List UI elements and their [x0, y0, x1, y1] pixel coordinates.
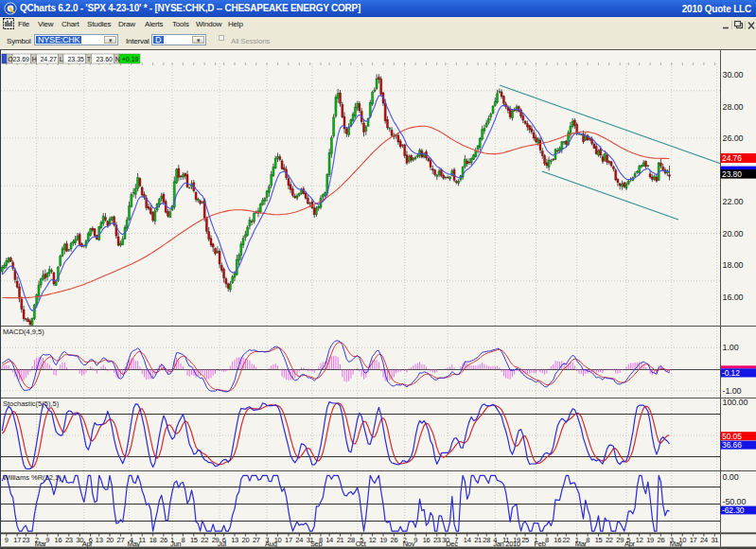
svg-text:8: 8	[586, 536, 589, 544]
svg-text:27: 27	[117, 536, 125, 544]
svg-text:20.00: 20.00	[723, 229, 744, 239]
svg-text:-1.00: -1.00	[723, 386, 742, 396]
svg-text:22: 22	[606, 536, 613, 544]
svg-text:L: L	[60, 56, 63, 62]
svg-text:8: 8	[181, 536, 185, 544]
svg-text:T: T	[87, 56, 92, 62]
svg-text:22: 22	[562, 536, 570, 544]
svg-text:26: 26	[160, 536, 167, 544]
svg-text:23: 23	[65, 536, 73, 544]
svg-text:Stochastic(5(5),5): Stochastic(5(5),5)	[3, 399, 60, 408]
svg-text:23.80: 23.80	[722, 169, 742, 179]
svg-text:28.00: 28.00	[723, 102, 744, 112]
svg-text:22: 22	[201, 536, 208, 544]
svg-text:18: 18	[149, 536, 157, 544]
svg-text:20: 20	[242, 536, 250, 544]
svg-text:21: 21	[337, 536, 344, 544]
svg-text:-62.30: -62.30	[722, 505, 745, 515]
svg-text:16: 16	[423, 536, 431, 544]
svg-text:12: 12	[636, 536, 643, 544]
svg-text:26: 26	[391, 536, 398, 544]
svg-text:23.69: 23.69	[12, 56, 29, 62]
svg-text:29: 29	[616, 536, 624, 544]
svg-text:23: 23	[433, 536, 441, 544]
svg-text:17: 17	[285, 536, 292, 544]
svg-text:9: 9	[45, 536, 49, 544]
svg-text:19: 19	[379, 536, 387, 544]
svg-text:13: 13	[231, 536, 238, 544]
svg-text:Williams %R(12,1): Williams %R(12,1)	[3, 473, 62, 482]
svg-text:18.00: 18.00	[723, 260, 744, 270]
svg-text:24.27: 24.27	[40, 56, 57, 62]
svg-text:24.76: 24.76	[722, 153, 742, 163]
svg-text:17: 17	[13, 536, 21, 544]
svg-text:24: 24	[295, 536, 303, 544]
svg-text:-0.12: -0.12	[722, 368, 740, 378]
svg-text:8: 8	[545, 536, 549, 544]
svg-text:0.00: 0.00	[723, 472, 739, 482]
svg-text:-50.00: -50.00	[723, 497, 747, 506]
svg-text:27: 27	[253, 536, 260, 544]
svg-text:25: 25	[521, 536, 529, 544]
svg-text:26.00: 26.00	[723, 133, 744, 143]
svg-text:MACD(4,9,5): MACD(4,9,5)	[3, 328, 44, 336]
svg-text:28: 28	[483, 536, 490, 544]
svg-text:21: 21	[474, 536, 482, 544]
svg-text:1.00: 1.00	[723, 343, 739, 352]
svg-text:9: 9	[5, 536, 9, 544]
svg-text:14: 14	[325, 536, 333, 544]
svg-text:19: 19	[646, 536, 654, 544]
svg-text:17: 17	[690, 536, 697, 544]
svg-text:15: 15	[595, 536, 603, 544]
svg-text:28: 28	[347, 536, 355, 544]
svg-text:22.00: 22.00	[723, 197, 744, 206]
svg-text:13: 13	[96, 536, 103, 544]
svg-text:12: 12	[369, 536, 377, 544]
svg-text:20: 20	[106, 536, 114, 544]
svg-text:31: 31	[711, 536, 718, 544]
svg-text:16: 16	[55, 536, 62, 544]
svg-text:23: 23	[22, 536, 29, 544]
svg-text:+0.19: +0.19	[122, 56, 139, 62]
svg-text:30.00: 30.00	[723, 70, 744, 80]
svg-text:26: 26	[658, 536, 665, 544]
svg-text:14: 14	[464, 536, 471, 544]
svg-text:15: 15	[190, 536, 198, 544]
svg-text:23.60: 23.60	[96, 56, 113, 62]
svg-text:100.00: 100.00	[723, 398, 748, 407]
svg-text:16.00: 16.00	[723, 292, 744, 302]
svg-text:16: 16	[554, 536, 561, 544]
svg-text:24: 24	[700, 536, 708, 544]
svg-text:36.66: 36.66	[722, 440, 742, 450]
svg-text:H: H	[32, 56, 37, 62]
svg-text:23.35: 23.35	[67, 56, 84, 62]
svg-text:N: N	[115, 56, 120, 62]
